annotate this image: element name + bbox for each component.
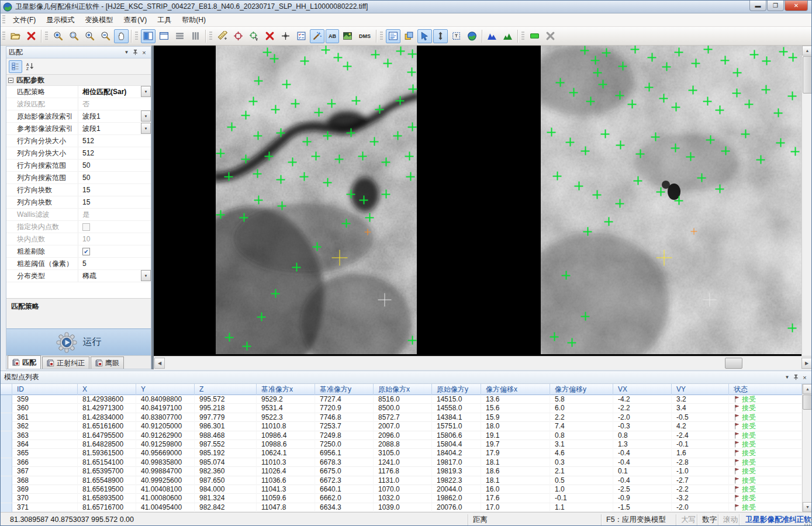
- tie-point-marker[interactable]: [671, 144, 680, 153]
- cell[interactable]: -0.3: [613, 422, 672, 431]
- cell[interactable]: 6662.0: [315, 494, 374, 503]
- cell[interactable]: 1070.0: [374, 485, 432, 494]
- tie-point-marker[interactable]: [313, 243, 322, 251]
- param-row[interactable]: 列方向块数15: [6, 196, 151, 209]
- cell[interactable]: 13.6: [481, 395, 550, 404]
- column-header[interactable]: VX: [613, 384, 672, 395]
- tie-point-marker[interactable]: [659, 94, 668, 103]
- panel-pin-button[interactable]: [131, 49, 140, 57]
- column-header[interactable]: 状态: [729, 384, 802, 395]
- cell[interactable]: 17.6: [481, 494, 550, 503]
- status-cell[interactable]: 接受: [729, 413, 802, 422]
- selected-point-marker[interactable]: [332, 250, 348, 266]
- tie-point-marker[interactable]: [656, 188, 665, 196]
- close-button[interactable]: ✕: [785, 1, 808, 11]
- cell[interactable]: 9529.2: [257, 395, 315, 404]
- selected-point-marker[interactable]: [656, 250, 672, 266]
- cell[interactable]: -0.1: [550, 494, 613, 503]
- param-row[interactable]: 列方向分块大小512: [6, 147, 151, 160]
- cell[interactable]: 14384.1: [432, 413, 481, 422]
- cell[interactable]: 7727.4: [315, 395, 374, 404]
- column-header[interactable]: 像方偏移x: [481, 384, 550, 395]
- alphabetical-sort-button[interactable]: [23, 60, 37, 73]
- table-row[interactable]: 36481.6482850040.91259800987.55210988.67…: [1, 440, 802, 449]
- tie-point-marker[interactable]: [791, 147, 800, 156]
- cell[interactable]: 369: [12, 485, 78, 494]
- cell[interactable]: 81.42834000: [78, 413, 136, 422]
- cell[interactable]: 985.074: [195, 458, 257, 467]
- tie-point-marker[interactable]: [334, 53, 343, 62]
- tie-point-marker[interactable]: [586, 97, 595, 106]
- status-cell[interactable]: 接受: [729, 395, 802, 404]
- tie-point-marker[interactable]: [300, 172, 309, 181]
- cell[interactable]: 984.000: [195, 485, 257, 494]
- cell[interactable]: 40.99884700: [136, 467, 195, 476]
- table-row[interactable]: 36381.6479550040.91262900988.46810986.47…: [1, 431, 802, 440]
- cell[interactable]: 988.468: [195, 431, 257, 440]
- column-header[interactable]: 原始像方x: [374, 384, 432, 395]
- checkbox[interactable]: [82, 223, 90, 231]
- cell[interactable]: 19862.0: [432, 494, 481, 503]
- tie-point-marker[interactable]: [254, 77, 263, 85]
- panel-dropdown-button[interactable]: ▼: [783, 373, 792, 382]
- tie-point-marker[interactable]: [575, 182, 583, 191]
- row-gutter[interactable]: [1, 449, 12, 458]
- select-tool-button[interactable]: [417, 29, 432, 43]
- cell[interactable]: 364: [12, 440, 78, 449]
- tie-point-marker[interactable]: [270, 54, 279, 63]
- minimize-button[interactable]: ▬: [749, 1, 766, 11]
- panel-close-button[interactable]: ×: [800, 373, 809, 382]
- column-header[interactable]: 像方偏移y: [550, 384, 613, 395]
- tie-point-marker[interactable]: [689, 86, 697, 95]
- column-header[interactable]: Y: [136, 384, 195, 395]
- measure-tool-button[interactable]: [215, 29, 230, 43]
- cell[interactable]: 81.65154100: [78, 458, 136, 467]
- tie-point-marker[interactable]: [409, 85, 417, 94]
- histogram-green-button[interactable]: [500, 29, 515, 43]
- tie-point-marker[interactable]: [277, 129, 285, 137]
- pan-tool-button[interactable]: [114, 29, 129, 43]
- table-row[interactable]: 36581.5936150040.95669000985.19210624.16…: [1, 449, 802, 458]
- tie-point-marker[interactable]: [697, 174, 706, 182]
- param-value[interactable]: 512: [78, 147, 151, 159]
- status-cell[interactable]: 接受: [729, 404, 802, 413]
- cell[interactable]: 3.4: [672, 404, 729, 413]
- points-panel-titlebar[interactable]: 模型点列表 ▼ ×: [1, 371, 812, 384]
- match-panel-titlebar[interactable]: 匹配 ▼ ×: [6, 47, 151, 58]
- dms-coordinate-button[interactable]: DMS: [356, 29, 374, 43]
- tie-point-marker[interactable]: [645, 83, 654, 92]
- cell[interactable]: 981.324: [195, 494, 257, 503]
- param-row[interactable]: 行方向分块大小512: [6, 135, 151, 147]
- ab-compare-button[interactable]: AB: [326, 29, 339, 43]
- cell[interactable]: 997.779: [195, 413, 257, 422]
- tie-point-marker[interactable]: [216, 149, 225, 158]
- param-value[interactable]: ✔: [78, 245, 151, 257]
- tie-point-marker[interactable]: [686, 153, 695, 161]
- cell[interactable]: 368: [12, 476, 78, 485]
- scroll-thumb[interactable]: [803, 56, 812, 94]
- tie-point-marker[interactable]: [352, 96, 361, 105]
- tie-point-marker[interactable]: [591, 56, 600, 65]
- cell[interactable]: 987.552: [195, 440, 257, 449]
- cell[interactable]: 4.6: [550, 449, 613, 458]
- column-header[interactable]: Z: [195, 384, 257, 395]
- tie-point-marker[interactable]: [762, 85, 770, 94]
- tie-point-marker[interactable]: [631, 46, 640, 54]
- panel-close-button[interactable]: ×: [140, 49, 148, 57]
- tie-point-marker[interactable]: [721, 56, 730, 65]
- column-header[interactable]: 基准像方x: [257, 384, 315, 395]
- roi-rect-button[interactable]: [527, 29, 542, 43]
- row-gutter[interactable]: [1, 503, 12, 512]
- tie-point-marker[interactable]: [550, 333, 559, 341]
- cell[interactable]: -4.2: [613, 395, 672, 404]
- cell[interactable]: 363: [12, 431, 78, 440]
- cell[interactable]: 360: [12, 404, 78, 413]
- cell[interactable]: 11036.6: [257, 476, 315, 485]
- menu-item[interactable]: 变换模型: [80, 13, 118, 27]
- param-value[interactable]: 波段1: [78, 123, 141, 134]
- tie-point-marker[interactable]: [672, 103, 680, 112]
- tie-point-marker[interactable]: [732, 89, 741, 98]
- tie-point-marker[interactable]: [383, 59, 392, 68]
- cell[interactable]: 40.83807700: [136, 413, 195, 422]
- tie-point-marker[interactable]: [406, 172, 415, 181]
